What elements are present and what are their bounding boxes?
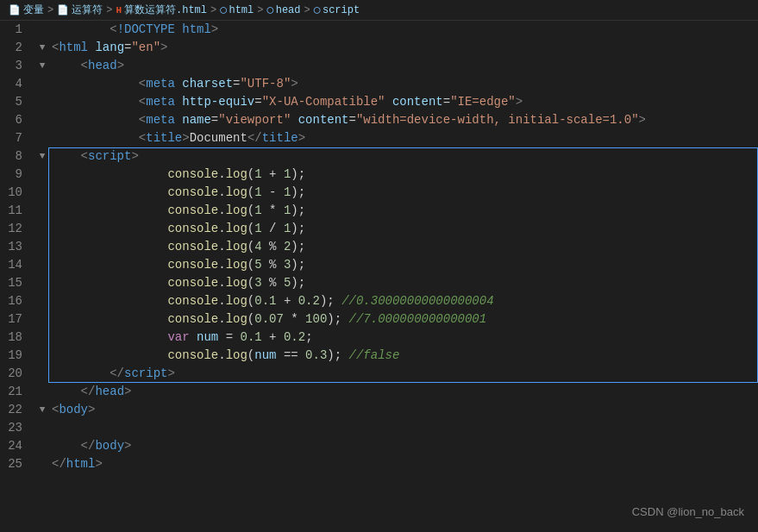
code-line: 15 console.log(3 % 5); — [0, 274, 758, 292]
line-number: 25 — [0, 455, 36, 473]
breadcrumb: 📄 变量 > 📄 运算符 > H 算数运算符.html > ◯ html > ◯… — [0, 0, 758, 21]
breadcrumb-item-variable[interactable]: 📄 变量 — [9, 3, 44, 17]
breadcrumb-item-html-tag[interactable]: ◯ html — [220, 3, 254, 16]
line-number: 1 — [0, 21, 36, 39]
line-number: 6 — [0, 111, 36, 129]
html-icon: H — [116, 5, 122, 16]
line-number: 15 — [0, 274, 36, 292]
breadcrumb-sep-2: > — [106, 4, 112, 16]
breadcrumb-sep-4: > — [257, 4, 263, 16]
code-line: 1 <!DOCTYPE html> — [0, 21, 758, 39]
line-content: console.log(3 % 5); — [48, 274, 758, 292]
breadcrumb-sep-1: > — [47, 4, 53, 16]
line-content: console.log(1 * 1); — [48, 202, 758, 220]
line-number: 24 — [0, 437, 36, 455]
code-line: 9 console.log(1 + 1); — [0, 166, 758, 184]
line-number: 20 — [0, 365, 36, 383]
line-content: <title>Document</title> — [48, 129, 758, 147]
code-line: 10 console.log(1 - 1); — [0, 184, 758, 202]
circle-icon-3: ◯ — [314, 3, 320, 16]
line-content: console.log(5 % 3); — [48, 256, 758, 274]
line-number: 12 — [0, 220, 36, 238]
code-line: 21 </head> — [0, 383, 758, 401]
code-line: 13 console.log(4 % 2); — [0, 238, 758, 256]
line-number: 7 — [0, 129, 36, 147]
line-number: 17 — [0, 310, 36, 329]
line-content: </html> — [48, 455, 758, 473]
line-content: <body> — [48, 401, 758, 419]
code-line: 5 <meta http-equiv="X-UA-Compatible" con… — [0, 93, 758, 111]
line-number: 16 — [0, 292, 36, 310]
code-line: 22▼<body> — [0, 401, 758, 419]
code-line: 3▼ <head> — [0, 57, 758, 75]
code-line: 4 <meta charset="UTF-8"> — [0, 75, 758, 93]
breadcrumb-item-html-file[interactable]: H 算数运算符.html — [116, 3, 207, 17]
line-content: <script> — [48, 147, 758, 166]
code-line: 8▼ <script> — [0, 147, 758, 166]
code-line: 12 console.log(1 / 1); — [0, 220, 758, 238]
code-line: 18 var num = 0.1 + 0.2; — [0, 329, 758, 347]
line-number: 13 — [0, 238, 36, 256]
collapse-arrow-down[interactable]: ▼ — [36, 147, 48, 166]
line-content: console.log(4 % 2); — [48, 238, 758, 256]
line-number: 19 — [0, 347, 36, 365]
line-number: 2 — [0, 39, 36, 57]
line-content — [48, 419, 758, 437]
watermark: CSDN @lion_no_back — [632, 505, 744, 518]
breadcrumb-sep-5: > — [304, 4, 310, 16]
code-line: 7 <title>Document</title> — [0, 129, 758, 147]
line-number: 23 — [0, 419, 36, 437]
breadcrumb-item-script-tag[interactable]: ◯ script — [314, 3, 360, 16]
line-number: 21 — [0, 383, 36, 401]
code-line: 24 </body> — [0, 437, 758, 455]
line-number: 22 — [0, 401, 36, 419]
breadcrumb-sep-3: > — [210, 4, 216, 16]
line-number: 14 — [0, 256, 36, 274]
line-content: console.log(num == 0.3); //false — [48, 347, 758, 365]
variable-icon: 📄 — [9, 4, 21, 16]
line-content: console.log(1 - 1); — [48, 184, 758, 202]
line-content: console.log(1 + 1); — [48, 166, 758, 184]
code-line: 17 console.log(0.07 * 100); //7.00000000… — [0, 310, 758, 329]
line-number: 11 — [0, 202, 36, 220]
code-line: 16 console.log(0.1 + 0.2); //0.300000000… — [0, 292, 758, 310]
line-number: 8 — [0, 147, 36, 166]
code-line: 20 </script> — [0, 365, 758, 383]
line-content: <meta name="viewport" content="width=dev… — [48, 111, 758, 129]
code-line: 14 console.log(5 % 3); — [0, 256, 758, 274]
collapse-arrow-down[interactable]: ▼ — [36, 401, 48, 419]
line-content: var num = 0.1 + 0.2; — [48, 329, 758, 347]
line-content: <!DOCTYPE html> — [48, 21, 758, 39]
line-content: <meta charset="UTF-8"> — [48, 75, 758, 93]
line-content: </script> — [48, 365, 758, 383]
line-content: </body> — [48, 437, 758, 455]
line-number: 3 — [0, 57, 36, 75]
collapse-arrow-down[interactable]: ▼ — [36, 57, 48, 75]
line-number: 9 — [0, 166, 36, 184]
code-line: 11 console.log(1 * 1); — [0, 202, 758, 220]
editor-area: 1 <!DOCTYPE html>2▼<html lang="en">3▼ <h… — [0, 21, 758, 532]
line-number: 5 — [0, 93, 36, 111]
variable-icon-2: 📄 — [57, 4, 69, 16]
line-number: 18 — [0, 329, 36, 347]
line-content: </head> — [48, 383, 758, 401]
line-content: console.log(0.07 * 100); //7.00000000000… — [48, 310, 758, 329]
collapse-arrow-down[interactable]: ▼ — [36, 39, 48, 57]
line-content: <head> — [48, 57, 758, 75]
code-line: 19 console.log(num == 0.3); //false — [0, 347, 758, 365]
line-content: console.log(0.1 + 0.2); //0.300000000000… — [48, 292, 758, 310]
circle-icon-1: ◯ — [220, 3, 226, 16]
breadcrumb-item-operator[interactable]: 📄 运算符 — [57, 3, 103, 17]
line-number: 10 — [0, 184, 36, 202]
code-line: 6 <meta name="viewport" content="width=d… — [0, 111, 758, 129]
circle-icon-2: ◯ — [266, 3, 273, 16]
line-content: console.log(1 / 1); — [48, 220, 758, 238]
code-line: 2▼<html lang="en"> — [0, 39, 758, 57]
line-number: 4 — [0, 75, 36, 93]
breadcrumb-item-head-tag[interactable]: ◯ head — [266, 3, 300, 16]
code-line: 23 — [0, 419, 758, 437]
line-content: <meta http-equiv="X-UA-Compatible" conte… — [48, 93, 758, 111]
line-content: <html lang="en"> — [48, 39, 758, 57]
code-line: 25</html> — [0, 455, 758, 473]
